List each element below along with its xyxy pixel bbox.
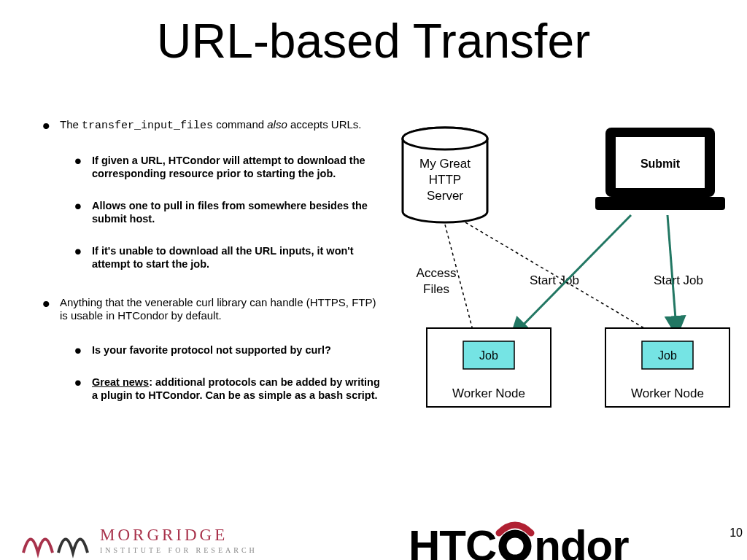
bullet-1: The transfer_input_files command also ac… <box>42 118 385 271</box>
svg-rect-7 <box>595 197 725 210</box>
htcondor-logo: HTC ndor <box>409 517 629 560</box>
svg-text:Worker Node: Worker Node <box>631 386 704 400</box>
bullet-2: Anything that the venerable curl library… <box>42 296 385 402</box>
sub-bullet: Is your favorite protocol not supported … <box>74 343 385 357</box>
access-files-label: Files <box>423 282 449 296</box>
svg-text:Server: Server <box>427 189 463 203</box>
sub-bullet: Great news: additional protocols can be … <box>74 376 385 402</box>
svg-point-1 <box>403 128 487 149</box>
access-files-label: Access <box>417 266 457 280</box>
svg-text:Job: Job <box>479 349 498 362</box>
sub-bullet: If given a URL, HTCondor will attempt to… <box>74 154 385 180</box>
svg-text:My Great: My Great <box>419 157 471 171</box>
http-server-icon: My Great HTTP Server <box>403 128 487 222</box>
svg-text:Submit: Submit <box>640 158 681 170</box>
morgridge-waves-icon <box>22 520 91 560</box>
arrow-line <box>509 215 631 339</box>
slide-title: URL-based Transfer <box>0 13 747 69</box>
page-number: 10 <box>729 526 743 540</box>
bullet-content: The transfer_input_files command also ac… <box>42 118 385 427</box>
worker-node: Job Worker Node <box>427 328 551 407</box>
dashed-line <box>445 225 474 335</box>
morgridge-logo: MORGRIDGE INSTITUTE FOR RESEARCH <box>22 520 258 560</box>
architecture-diagram: My Great HTTP Server Submit Access Files… <box>387 124 737 445</box>
start-job-label: Start Job <box>654 273 703 287</box>
svg-rect-8 <box>638 210 682 213</box>
htcondor-o-icon <box>493 517 537 560</box>
worker-node: Job Worker Node <box>605 328 729 407</box>
submit-laptop-icon: Submit <box>595 128 725 213</box>
svg-text:Worker Node: Worker Node <box>452 386 525 400</box>
dashed-line <box>465 222 657 335</box>
svg-text:HTTP: HTTP <box>429 173 461 187</box>
logo-bar: MORGRIDGE INSTITUTE FOR RESEARCH HTC ndo… <box>0 494 747 560</box>
sub-bullet: Allows one to pull in files from somewhe… <box>74 199 385 225</box>
sub-bullet: If it's unable to download all the URL i… <box>74 244 385 271</box>
svg-point-18 <box>503 534 527 559</box>
svg-text:Job: Job <box>658 349 677 362</box>
